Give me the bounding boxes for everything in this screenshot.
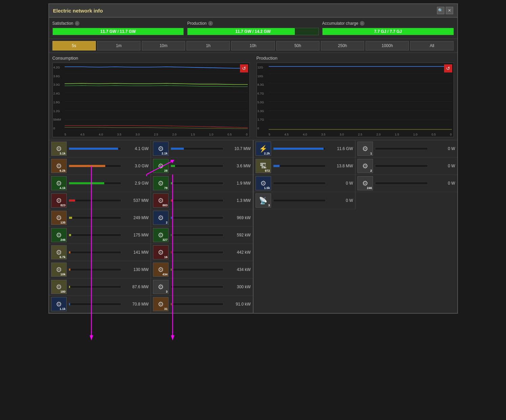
production-left-col: ⚡ 2.2k 11.6 GW 🏗 972 13.8 MW ⚙ 1.5k 0 W … xyxy=(254,140,356,209)
item-bar xyxy=(69,200,75,202)
consumption-right-item[interactable]: ⚙ 883 1.3 MW xyxy=(151,192,253,209)
time-btn-250h[interactable]: 250h xyxy=(321,41,364,50)
time-btn-1m[interactable]: 1m xyxy=(97,41,140,50)
consumption-left-item[interactable]: ⚙ 135 249 MW xyxy=(49,209,151,227)
consumption-right-item[interactable]: ⚙ 16 442 kW xyxy=(151,244,253,261)
item-icon: ⚙ 823 xyxy=(51,193,67,208)
item-icon: ⚙ 1 xyxy=(357,142,373,156)
item-bar xyxy=(69,303,70,305)
item-icon: ⚡ 2.2k xyxy=(256,142,271,156)
item-value: 91.0 kW xyxy=(225,302,251,307)
production-chart-reset[interactable]: ↺ xyxy=(444,64,452,72)
item-icon: ⚙ 6.7k xyxy=(51,245,67,259)
item-bar-container xyxy=(171,182,223,185)
time-btn-1h[interactable]: 1h xyxy=(186,41,230,50)
satisfaction-info-icon[interactable]: i xyxy=(75,21,80,26)
production-right-item[interactable]: ⚙ 2 0 W xyxy=(355,158,457,175)
stats-row: Satisfaction i 11.7 GW / 11.7 GW Product… xyxy=(49,18,457,39)
production-chart-svg xyxy=(269,65,452,130)
time-btn-10h[interactable]: 10h xyxy=(231,41,274,50)
item-bar xyxy=(171,165,175,167)
consumption-left-item[interactable]: ⚙ 246 175 MW xyxy=(49,227,151,244)
consumption-left-item[interactable]: ⚙ 6.2k 3.0 GW xyxy=(49,158,151,175)
item-value: 1.3 MW xyxy=(225,198,251,203)
production-value: 11.7 GW / 14.2 GW xyxy=(235,29,271,34)
consumption-right-item[interactable]: ⚙ 2 969 kW xyxy=(151,209,253,227)
item-icon: ⚙ 135 xyxy=(51,211,67,225)
time-btn-all[interactable]: All xyxy=(410,41,454,50)
time-btn-50h[interactable]: 50h xyxy=(276,41,320,50)
consumption-left-item[interactable]: ⚙ 823 537 MW xyxy=(49,192,151,209)
consumption-left-item[interactable]: ⚙ 4.1k 2.9 GW xyxy=(49,175,151,192)
consumption-left-item[interactable]: ⚙ 180 87.6 MW xyxy=(49,278,151,296)
accumulator-bar-container: 7.7 GJ / 7.7 GJ xyxy=(322,28,454,35)
item-bar xyxy=(171,182,173,184)
item-bar-container xyxy=(375,182,428,185)
item-bar-container xyxy=(69,216,122,219)
item-bar-container xyxy=(171,199,223,202)
search-button[interactable]: 🔍 xyxy=(437,7,444,14)
production-info-icon[interactable]: i xyxy=(208,21,213,26)
item-icon: 🏗 972 xyxy=(256,159,271,173)
item-bar-container xyxy=(171,286,223,288)
consumption-right-col: ⚙ 2.1k 10.7 MW ⚙ 28 3.6 MW ⚙ 78 1.9 MW ⚙… xyxy=(151,140,253,313)
consumption-left-item[interactable]: ⚙ 1.1k 70.8 MW xyxy=(49,296,151,313)
item-value: 87.6 MW xyxy=(123,285,149,289)
item-icon: ⚙ 28 xyxy=(153,159,169,173)
item-bar-container xyxy=(69,251,122,254)
consumption-right-item[interactable]: ⚙ 78 1.9 MW xyxy=(151,175,253,192)
close-button[interactable]: ✕ xyxy=(446,7,453,14)
production-left-item[interactable]: 📡 3 0 W xyxy=(254,192,355,209)
time-btn-1000h[interactable]: 1000h xyxy=(366,41,409,50)
consumption-right-item[interactable]: ⚙ 31 91.0 kW xyxy=(151,296,253,313)
consumption-right-item[interactable]: ⚙ 327 592 kW xyxy=(151,227,253,244)
item-value: 969 kW xyxy=(225,215,251,220)
production-right-item[interactable]: ⚙ 246 0 W xyxy=(355,175,457,192)
consumption-right-item[interactable]: ⚙ 2.1k 10.7 MW xyxy=(151,140,253,158)
accumulator-info-icon[interactable]: i xyxy=(360,21,365,26)
consumption-left-item[interactable]: ⚙ 10k 130 MW xyxy=(49,261,151,278)
production-left-item[interactable]: 🏗 972 13.8 MW xyxy=(254,158,355,175)
production-left-item[interactable]: ⚙ 1.5k 0 W xyxy=(254,175,355,192)
consumption-chart-title: Consumption xyxy=(52,56,250,61)
item-value: 130 MW xyxy=(123,267,149,272)
item-icon: ⚙ 246 xyxy=(357,176,373,190)
item-bar xyxy=(171,303,172,305)
item-bar xyxy=(69,269,71,271)
item-icon: ⚙ 4.1k xyxy=(51,176,67,190)
item-bar-container xyxy=(273,199,326,202)
item-bar-container xyxy=(171,165,223,167)
consumption-right-item[interactable]: ⚙ 28 3.6 MW xyxy=(151,158,253,175)
item-bar xyxy=(69,251,71,253)
satisfaction-value: 11.7 GW / 11.7 GW xyxy=(100,29,136,34)
item-value: 0 W xyxy=(328,181,353,186)
production-chart-area: ↺ 12G 10G 8.3G 6.7G 5.0G 3.3G 1.7G 0 xyxy=(257,63,454,137)
accumulator-label: Accumulator charge xyxy=(322,21,358,26)
window-title: Electric network info xyxy=(53,8,103,14)
production-data-rows: ⚡ 2.2k 11.6 GW 🏗 972 13.8 MW ⚙ 1.5k 0 W … xyxy=(254,140,457,209)
item-value: 300 kW xyxy=(225,285,251,289)
time-btn-5s[interactable]: 5s xyxy=(52,41,96,50)
item-value: 10.7 MW xyxy=(225,146,251,151)
consumption-left-item[interactable]: ⚙ 3.1k 4.1 GW xyxy=(49,140,151,158)
consumption-chart-reset[interactable]: ↺ xyxy=(240,64,248,72)
item-icon: ⚙ 434 xyxy=(153,262,169,277)
consumption-left-item[interactable]: ⚙ 6.7k 141 MW xyxy=(49,244,151,261)
consumption-x-labels: 5 4.5 4.0 3.5 3.0 2.5 2.0 1.5 1.0 0.5 0 xyxy=(65,133,248,136)
time-btn-10m[interactable]: 10m xyxy=(142,41,185,50)
item-bar-container xyxy=(69,182,122,185)
item-value: 1.9 MW xyxy=(225,181,251,186)
item-value: 3.0 GW xyxy=(123,164,149,168)
production-right-item[interactable]: ⚙ 1 0 W xyxy=(355,140,457,158)
consumption-right-item[interactable]: ⚙ 3 300 kW xyxy=(151,278,253,296)
item-value: 0 W xyxy=(430,164,455,168)
production-left-item[interactable]: ⚡ 2.2k 11.6 GW xyxy=(254,140,355,158)
item-bar xyxy=(69,182,104,184)
item-value: 537 MW xyxy=(123,198,149,203)
item-value: 0 W xyxy=(430,146,455,151)
item-icon: ⚙ 1.5k xyxy=(256,176,271,190)
item-bar-container xyxy=(273,165,326,167)
item-value: 11.6 GW xyxy=(328,146,353,151)
consumption-right-item[interactable]: ⚙ 434 434 kW xyxy=(151,261,253,278)
item-bar-container xyxy=(171,234,223,236)
